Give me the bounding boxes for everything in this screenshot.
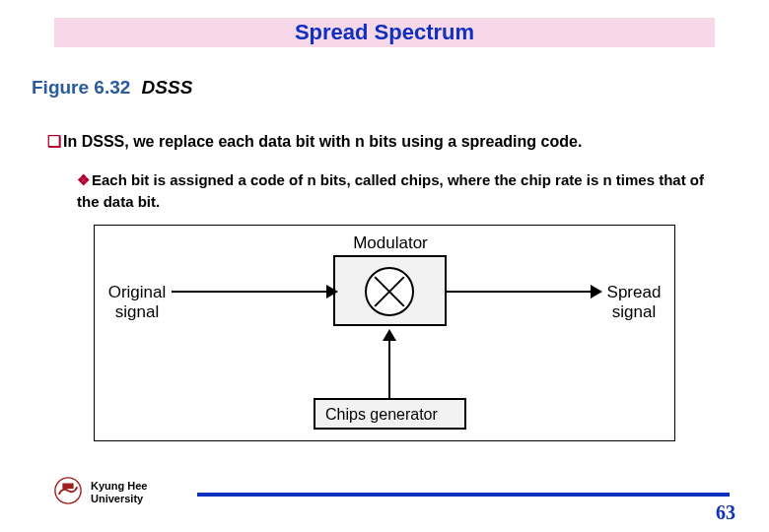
slide-title-bar: Spread Spectrum	[54, 18, 715, 47]
line-chips-up	[388, 338, 390, 398]
label-modulator: Modulator	[346, 233, 435, 253]
line-output	[447, 291, 597, 293]
arrow-right-icon	[591, 285, 602, 299]
footer-divider	[197, 493, 730, 497]
bullet-level-1: ❑In DSSS, we replace each data bit with …	[47, 132, 739, 151]
label-original-signal: Original signal	[103, 283, 172, 323]
footer-org: Kyung Hee University	[91, 480, 147, 507]
figure-label: Figure 6.32	[32, 77, 130, 98]
figure-heading: Figure 6.32 DSSS	[32, 77, 192, 99]
dsss-diagram: Modulator Original signal Spread signal …	[94, 225, 675, 441]
arrow-right-icon	[326, 285, 338, 299]
line-input	[172, 291, 333, 293]
bullet-level-2: ❖Each bit is assigned a code of n bits, …	[77, 169, 730, 213]
slide-title: Spread Spectrum	[295, 20, 474, 44]
label-spread-signal: Spread signal	[599, 283, 668, 323]
label-original-signal-text: Original signal	[108, 283, 167, 321]
arrow-up-icon	[383, 329, 396, 341]
footer-org-line2: University	[91, 493, 147, 506]
figure-caption: DSSS	[142, 77, 193, 98]
page-number: 63	[716, 501, 735, 524]
svg-rect-1	[62, 484, 73, 490]
bullet-1-text: In DSSS, we replace each data bit with n…	[63, 133, 582, 150]
multiplier-icon	[365, 267, 414, 316]
bullet-2-text: Each bit is assigned a code of n bits, c…	[77, 171, 704, 210]
bullet-diamond-icon: ❖	[77, 171, 90, 188]
footer-org-line1: Kyung Hee	[91, 480, 147, 494]
label-spread-signal-text: Spread signal	[607, 283, 662, 321]
bullet-square-icon: ❑	[47, 133, 61, 150]
university-logo-icon	[53, 476, 83, 505]
label-chips-generator: Chips generator	[325, 406, 438, 424]
